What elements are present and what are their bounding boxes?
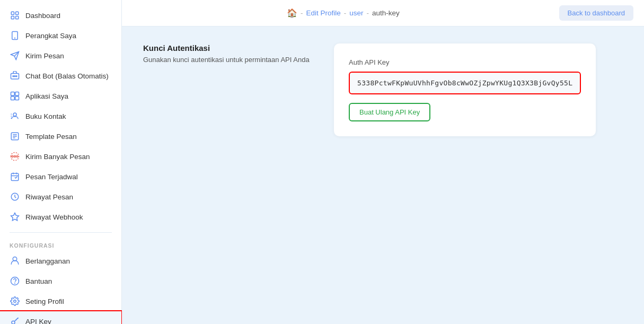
svg-rect-12: [11, 92, 15, 96]
content-row: Kunci Autentikasi Gunakan kunci autentik…: [143, 43, 623, 136]
send-icon: [10, 50, 20, 61]
sidebar-divider: [10, 232, 112, 233]
sidebar-item-label: Template Pesan: [25, 133, 77, 141]
section-description: Kunci Autentikasi Gunakan kunci autentik…: [143, 43, 313, 64]
sidebar-item-label: API Key: [25, 318, 51, 325]
svg-rect-15: [15, 97, 19, 100]
breadcrumb-user[interactable]: user: [349, 9, 363, 17]
sidebar-item-label: Aplikasi Saya: [25, 92, 68, 100]
sidebar-item-aplikasi-saya[interactable]: Aplikasi Saya: [0, 86, 121, 106]
breadcrumb-sep-1: -: [301, 9, 303, 17]
sidebar-section-konfigurasi: KONFIGURASI: [0, 238, 121, 251]
sidebar-item-label: Chat Bot (Balas Otomatis): [25, 72, 109, 80]
svg-rect-3: [16, 16, 19, 19]
sidebar-item-berlangganan[interactable]: Berlangganan: [0, 251, 121, 271]
sidebar-item-riwayat-pesan[interactable]: Riwayat Pesan: [0, 187, 121, 207]
section-desc-text: Gunakan kunci autentikasi untuk perminta…: [143, 56, 313, 64]
device-icon: [10, 30, 20, 41]
svg-point-9: [13, 76, 14, 77]
sidebar-item-perangkat-saya[interactable]: Perangkat Saya: [0, 25, 121, 46]
breadcrumb: 🏠 - Edit Profile - user - auth-key: [133, 8, 554, 18]
api-key-value: 5338PctwFKpWuUVhhFgvOb8cWwOZjZpwYKUg1Q3X…: [349, 72, 581, 94]
api-key-card: Auth API Key 5338PctwFKpWuUVhhFgvOb8cWwO…: [334, 43, 596, 136]
subscription-icon: [10, 256, 20, 266]
home-icon: 🏠: [287, 8, 297, 18]
svg-point-26: [16, 156, 18, 157]
breadcrumb-sep-3: -: [366, 9, 369, 17]
sidebar-item-label: Riwayat Pesan: [25, 193, 73, 201]
sidebar-item-label: Seting Profil: [25, 297, 64, 305]
sidebar: Dashboard Perangkat Saya Kirim Pesan Cha…: [0, 0, 122, 324]
svg-point-24: [12, 156, 13, 157]
svg-marker-32: [11, 213, 19, 221]
scheduled-icon: [10, 171, 20, 182]
svg-point-10: [14, 76, 15, 77]
bulk-icon: [10, 151, 20, 162]
sidebar-item-riwayat-webhook[interactable]: Riwayat Webhook: [0, 207, 121, 227]
svg-line-39: [16, 320, 16, 320]
sidebar-item-chat-bot[interactable]: Chat Bot (Balas Otomatis): [0, 66, 121, 86]
sidebar-item-pesan-terjadwal[interactable]: Pesan Terjadwal: [0, 167, 121, 187]
dashboard-icon: [10, 10, 20, 21]
template-icon: [10, 131, 20, 142]
api-key-label: Auth API Key: [349, 58, 581, 66]
sidebar-item-api-key[interactable]: API Key: [0, 311, 121, 324]
help-icon: [10, 276, 20, 286]
sidebar-item-label: Kirim Pesan: [25, 52, 64, 60]
svg-point-11: [16, 76, 17, 77]
chatbot-icon: [10, 71, 20, 81]
sidebar-item-dashboard[interactable]: Dashboard: [0, 5, 121, 25]
main-content: Kunci Autentikasi Gunakan kunci autentik…: [122, 27, 644, 324]
sidebar-item-label: Buku Kontak: [25, 112, 66, 120]
topbar: 🏠 - Edit Profile - user - auth-key Back …: [122, 0, 644, 27]
sidebar-item-label: Kirim Banyak Pesan: [25, 153, 90, 161]
breadcrumb-edit-profile[interactable]: Edit Profile: [306, 9, 340, 17]
svg-point-25: [14, 156, 16, 157]
sidebar-item-label: Bantuan: [25, 277, 52, 285]
svg-rect-2: [11, 16, 14, 19]
sidebar-item-label: Riwayat Webhook: [25, 213, 83, 221]
app-icon: [10, 91, 20, 101]
svg-point-34: [15, 283, 15, 283]
section-title: Kunci Autentikasi: [143, 43, 313, 52]
sidebar-item-seting-profil[interactable]: Seting Profil: [0, 291, 121, 311]
svg-rect-1: [16, 12, 19, 14]
back-to-dashboard-button[interactable]: Back to dashboard: [559, 5, 633, 21]
webhook-icon: [10, 212, 20, 222]
breadcrumb-sep-2: -: [344, 9, 347, 17]
svg-rect-14: [11, 97, 15, 100]
history-icon: [10, 191, 20, 202]
sidebar-item-kirim-pesan[interactable]: Kirim Pesan: [0, 46, 121, 66]
sidebar-item-label: Berlangganan: [25, 257, 70, 265]
regenerate-api-key-button[interactable]: Buat Ulang API Key: [349, 103, 430, 121]
svg-point-16: [13, 113, 16, 116]
svg-rect-13: [15, 92, 19, 96]
sidebar-item-kirim-banyak-pesan[interactable]: Kirim Banyak Pesan: [0, 146, 121, 167]
sidebar-item-bantuan[interactable]: Bantuan: [0, 271, 121, 291]
svg-point-36: [12, 321, 15, 324]
svg-rect-0: [11, 12, 14, 14]
key-icon: [10, 316, 20, 324]
svg-point-35: [14, 300, 16, 303]
contacts-icon: [10, 111, 20, 121]
sidebar-item-template-pesan[interactable]: Template Pesan: [0, 126, 121, 146]
sidebar-item-label: Dashboard: [25, 12, 60, 20]
breadcrumb-auth-key: auth-key: [372, 9, 400, 17]
settings-icon: [10, 296, 20, 307]
sidebar-item-label: Perangkat Saya: [25, 32, 76, 40]
sidebar-item-buku-kontak[interactable]: Buku Kontak: [0, 106, 121, 126]
sidebar-item-label: Pesan Terjadwal: [25, 173, 78, 181]
